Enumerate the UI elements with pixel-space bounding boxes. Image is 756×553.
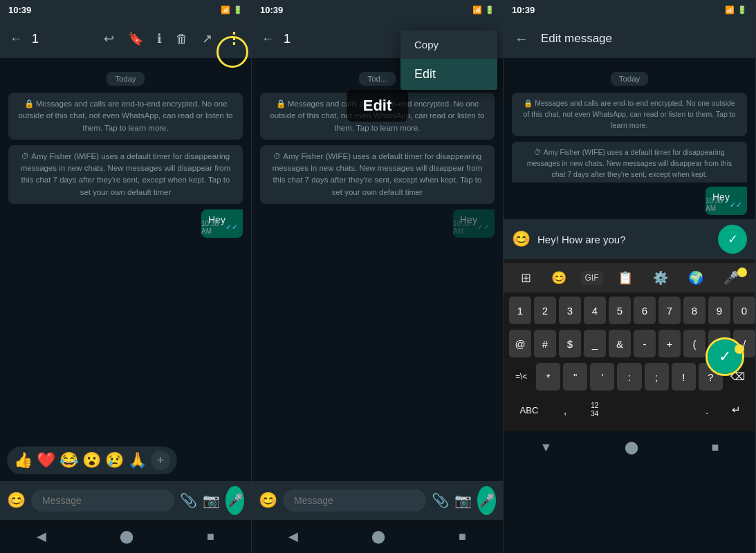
kb-key-dquote[interactable]: "	[563, 363, 587, 391]
nav-square-1[interactable]: ■	[207, 529, 214, 544]
kb-key-colon[interactable]: :	[617, 363, 641, 391]
nav-bar-1: ◀ ⬤ ■	[0, 520, 251, 553]
kb-key-4[interactable]: 4	[584, 297, 606, 324]
nav-home-3[interactable]: ⬤	[625, 440, 638, 455]
kb-key-dollar[interactable]: $	[559, 330, 581, 357]
emoji-laugh[interactable]: 😂	[59, 451, 78, 469]
msg-bubble-2[interactable]: Hey 10:38 AM ✓✓	[453, 209, 495, 238]
kb-key-9[interactable]: 9	[708, 297, 730, 324]
outgoing-msg-1[interactable]: Hey 10:38 AM ✓✓	[8, 209, 243, 238]
kb-key-squote[interactable]: '	[590, 363, 614, 391]
mic-button-2[interactable]: 🎤	[477, 486, 496, 515]
emoji-surprised[interactable]: 😮	[82, 451, 101, 469]
kb-key-plus[interactable]: +	[658, 330, 681, 357]
edit-back-icon[interactable]: ←	[512, 28, 531, 50]
kb-space[interactable]	[611, 396, 691, 424]
status-time-1: 10:39	[8, 5, 31, 15]
kb-enter[interactable]: ↵	[723, 396, 750, 424]
info-icon[interactable]: ℹ	[154, 28, 165, 49]
nav-down-3[interactable]: ▼	[540, 440, 553, 455]
kb-key-6[interactable]: 6	[634, 297, 656, 324]
kb-comma[interactable]: ,	[552, 396, 579, 424]
nav-back-1[interactable]: ◀	[37, 529, 46, 544]
edit-text-input[interactable]	[537, 234, 711, 245]
highlight-circle-3	[706, 337, 744, 376]
kb-key-underscore[interactable]: _	[584, 330, 606, 357]
send-button-3[interactable]: ✓	[718, 225, 747, 254]
reply-icon[interactable]: ↩	[101, 28, 117, 49]
emoji-sad[interactable]: 😢	[105, 451, 124, 469]
emoji-bar-1[interactable]: 👍 ❤️ 😂 😮 😢 🙏 +	[7, 447, 177, 474]
check-icon-1: ✓✓	[225, 223, 238, 232]
kb-key-lparen[interactable]: (	[683, 330, 706, 357]
back-icon-2[interactable]: ←	[259, 29, 277, 49]
nav-home-1[interactable]: ⬤	[120, 529, 133, 544]
nav-square-3[interactable]: ■	[712, 440, 719, 455]
kb-key-5[interactable]: 5	[609, 297, 631, 324]
kb-key-8[interactable]: 8	[683, 297, 706, 324]
chat-area-1[interactable]: Today 🔒 Messages and calls are end-to-en…	[0, 58, 251, 481]
kb-period[interactable]: .	[694, 396, 721, 424]
kb-key-eqbk[interactable]: =\<	[509, 363, 533, 391]
smiley-icon-2[interactable]: 😊	[259, 491, 277, 509]
bookmark-icon[interactable]: 🔖	[125, 28, 146, 49]
attach-icon-2[interactable]: 📎	[432, 492, 449, 509]
message-input-2[interactable]	[283, 489, 426, 512]
system-msg-2b: ⏱ Amy Fisher (WIFE) uses a default timer…	[260, 145, 495, 204]
emoji-pray[interactable]: 🙏	[128, 451, 147, 469]
kb-gif-btn[interactable]: GIF	[581, 271, 603, 285]
nav-back-2[interactable]: ◀	[288, 529, 298, 544]
smiley-icon-1[interactable]: 😊	[7, 491, 26, 509]
context-copy[interactable]: Copy	[400, 30, 497, 59]
check-icon-3: ✓✓	[730, 200, 742, 209]
yellow-dot-mic	[735, 344, 744, 354]
camera-icon-2[interactable]: 📷	[454, 492, 472, 509]
emoji-add-btn[interactable]: +	[151, 451, 170, 470]
battery-icon: 🔋	[233, 6, 243, 15]
nav-bar-2: ◀ ⬤ ■	[252, 520, 503, 553]
kb-key-star[interactable]: *	[536, 363, 560, 391]
kb-key-1[interactable]: 1	[509, 297, 531, 324]
input-bar-1: 😊 📎 📷 🎤	[0, 481, 251, 520]
nav-bar-3: ▼ ⬤ ■	[504, 431, 755, 464]
kb-key-minus[interactable]: -	[634, 330, 656, 357]
msg-bubble-1[interactable]: Hey 10:38 AM ✓✓	[201, 209, 243, 238]
kb-grid-icon[interactable]: ⊞	[515, 268, 537, 288]
kb-abc-key[interactable]: ABC	[509, 396, 549, 424]
msg-bubble-3[interactable]: Hey 10:38 AM ✓✓	[706, 187, 747, 215]
kb-key-hash[interactable]: #	[534, 330, 556, 357]
emoji-heart[interactable]: ❤️	[37, 451, 55, 469]
smiley-icon-3[interactable]: 😊	[512, 230, 531, 248]
kb-gear-icon[interactable]: ⚙️	[647, 268, 674, 288]
kb-1234-key[interactable]: 1234	[581, 396, 608, 424]
mic-button-1[interactable]: 🎤	[225, 486, 244, 515]
delete-icon[interactable]: 🗑	[173, 29, 191, 49]
chat-area-3[interactable]: Today 🔒 Messages and calls are end-to-en…	[504, 58, 755, 182]
nav-home-2[interactable]: ⬤	[371, 529, 385, 544]
kb-key-at[interactable]: @	[509, 330, 531, 357]
kb-key-2[interactable]: 2	[534, 297, 556, 324]
kb-clipboard-icon[interactable]: 📋	[612, 268, 638, 288]
date-badge-1: Today	[107, 72, 145, 86]
kb-key-7[interactable]: 7	[658, 297, 681, 324]
message-input-1[interactable]	[31, 489, 174, 512]
kb-key-exclaim[interactable]: !	[672, 363, 696, 391]
date-separator-1: Today	[8, 72, 243, 86]
kb-key-semicolon[interactable]: ;	[645, 363, 669, 391]
nav-square-2[interactable]: ■	[459, 529, 466, 544]
camera-icon-1[interactable]: 📷	[203, 492, 220, 509]
context-menu: Copy Edit	[400, 30, 497, 90]
kb-key-0[interactable]: 0	[733, 297, 755, 324]
kb-key-amp[interactable]: &	[609, 330, 631, 357]
kb-globe-icon[interactable]: 🌍	[683, 268, 709, 288]
status-icons-3: 📶 🔋	[725, 6, 747, 15]
outgoing-msg-2[interactable]: Hey 10:38 AM ✓✓	[260, 209, 495, 238]
edit-title: Edit message	[541, 32, 612, 46]
emoji-thumbsup[interactable]: 👍	[14, 451, 33, 469]
attach-icon-1[interactable]: 📎	[180, 492, 197, 509]
context-edit[interactable]: Edit	[400, 59, 497, 90]
kb-emoji-icon[interactable]: 😊	[546, 268, 572, 288]
forward-icon[interactable]: ↗	[199, 28, 215, 49]
back-icon-1[interactable]: ←	[7, 29, 25, 49]
kb-key-3[interactable]: 3	[559, 297, 581, 324]
